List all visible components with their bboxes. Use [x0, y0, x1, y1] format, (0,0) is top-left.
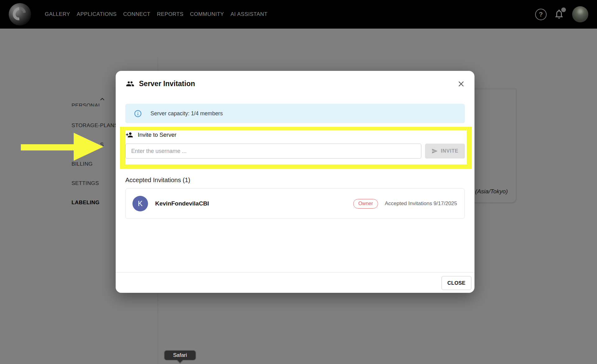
close-button[interactable]: CLOSE	[442, 276, 471, 290]
help-icon[interactable]: ?	[535, 9, 547, 20]
close-icon[interactable]	[456, 79, 466, 89]
nav-item-connect[interactable]: CONNECT	[123, 11, 150, 17]
dialog-header: Server Invitation	[126, 80, 195, 88]
accepted-invitations-heading: Accepted Invitations (1)	[125, 177, 190, 184]
dialog-title: Server Invitation	[139, 80, 195, 88]
accepted-date-text: Accepted Invitations 9/17/2025	[385, 200, 458, 207]
notifications-bell-icon[interactable]	[553, 8, 565, 20]
username-input[interactable]	[125, 144, 421, 159]
dock-tooltip: Safari	[164, 350, 196, 361]
invite-label-text: Invite to Server	[138, 131, 176, 138]
info-icon	[134, 109, 142, 118]
highlight-annotation: Invite to Server INVITE	[120, 127, 472, 169]
member-meta: Owner Accepted Invitations 9/17/2025	[353, 199, 458, 209]
member-username: KevinFondevilaCBI	[155, 200, 209, 207]
person-add-icon	[126, 131, 133, 139]
nav-right-group: ?	[535, 6, 588, 22]
owner-badge: Owner	[353, 199, 378, 209]
capacity-text: Server capacity: 1/4 members	[150, 110, 223, 117]
screen: ●Labeling 1 (Asia/Tokyo) PERSONAL STORAG…	[0, 0, 597, 364]
arrow-head	[74, 133, 104, 161]
top-nav: GALLERY APPLICATIONS CONNECT REPORTS COM…	[0, 0, 597, 29]
notification-badge	[561, 7, 566, 12]
nav-menu: GALLERY APPLICATIONS CONNECT REPORTS COM…	[45, 11, 267, 17]
invite-button[interactable]: INVITE	[425, 144, 465, 159]
nav-item-applications[interactable]: APPLICATIONS	[77, 11, 117, 17]
invite-section-label: Invite to Server	[126, 131, 176, 139]
accepted-invitation-row: K KevinFondevilaCBI Owner Accepted Invit…	[125, 188, 465, 219]
nav-item-community[interactable]: COMMUNITY	[190, 11, 224, 17]
nav-item-ai-assistant[interactable]: AI ASSISTANT	[230, 11, 267, 17]
capacity-info-banner: Server capacity: 1/4 members	[125, 104, 465, 123]
people-icon	[126, 80, 134, 88]
nav-item-reports[interactable]: REPORTS	[157, 11, 183, 17]
user-avatar[interactable]	[572, 6, 588, 22]
logo-swirl-icon	[10, 4, 29, 23]
app-logo[interactable]	[9, 3, 31, 25]
nav-item-gallery[interactable]: GALLERY	[45, 11, 70, 17]
dialog-footer: CLOSE	[116, 272, 474, 293]
send-icon	[432, 148, 438, 154]
member-avatar: K	[132, 196, 148, 211]
invite-section: Invite to Server INVITE	[125, 130, 467, 164]
invite-button-label: INVITE	[441, 148, 458, 154]
server-invitation-dialog: Server Invitation Server capacity: 1/4 m…	[116, 71, 474, 293]
arrow-shaft	[21, 144, 74, 150]
